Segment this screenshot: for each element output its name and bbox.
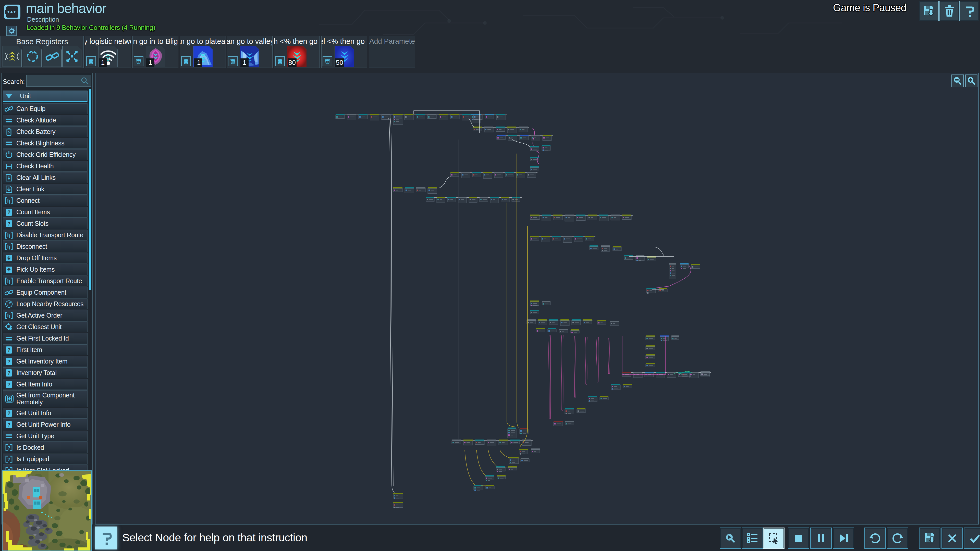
svg-text:?: ? [7, 221, 11, 227]
svg-text:?: ? [7, 382, 11, 387]
svg-text:?: ? [7, 370, 11, 376]
svg-text:?: ? [7, 457, 11, 462]
svg-text:?: ? [7, 410, 11, 416]
svg-text:?: ? [7, 422, 11, 427]
svg-text:?: ? [7, 210, 11, 215]
svg-text:?: ? [7, 347, 11, 353]
svg-text:?: ? [7, 445, 11, 451]
svg-text:?: ? [7, 359, 11, 364]
